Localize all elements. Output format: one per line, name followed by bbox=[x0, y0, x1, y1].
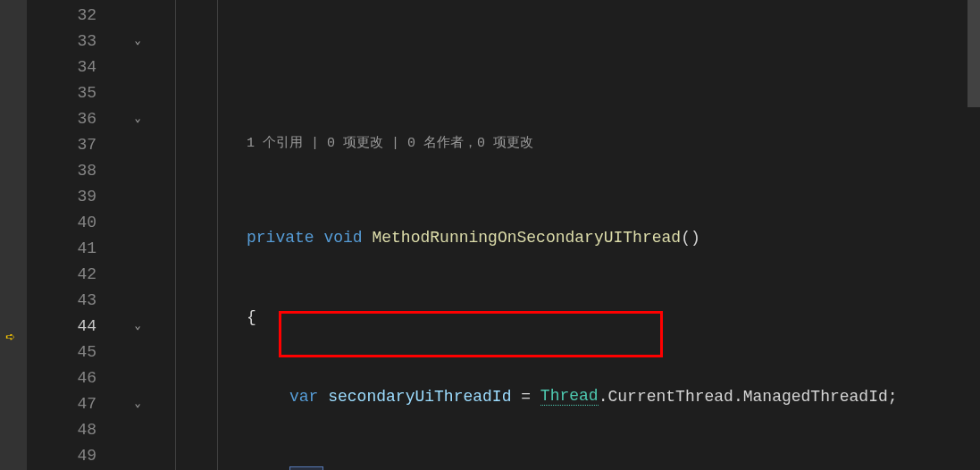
keyword: private bbox=[247, 229, 314, 247]
code-line[interactable]: { bbox=[150, 304, 980, 330]
fold-row bbox=[125, 2, 150, 28]
line-number: 41 bbox=[27, 235, 125, 261]
fold-toggle[interactable]: ⌄ bbox=[125, 313, 150, 339]
fold-toggle[interactable]: ⌄ bbox=[125, 28, 150, 54]
breakpoint-margin[interactable]: ➪ bbox=[0, 0, 27, 470]
code-line[interactable]: var secondaryUiThreadId = Thread.Current… bbox=[150, 383, 980, 409]
code-line[interactable]: try bbox=[150, 463, 980, 470]
method-name: MethodRunningOnSecondaryUIThread bbox=[372, 229, 681, 247]
fold-toggle[interactable]: ⌄ bbox=[125, 105, 150, 131]
chevron-down-icon: ⌄ bbox=[134, 112, 140, 125]
line-number: 38 bbox=[27, 157, 125, 183]
line-number: 49 bbox=[27, 442, 125, 468]
line-number: 46 bbox=[27, 365, 125, 390]
line-number: 37 bbox=[27, 131, 125, 157]
keyword: void bbox=[323, 229, 362, 247]
line-number: 42 bbox=[27, 261, 125, 287]
line-number: 36 bbox=[27, 105, 125, 131]
fold-toggle[interactable]: ⌄ bbox=[125, 390, 150, 416]
line-number: 47 bbox=[27, 390, 125, 416]
execution-pointer-icon: ➪ bbox=[5, 327, 15, 347]
line-number: 39 bbox=[27, 183, 125, 209]
fold-gutter[interactable]: ⌄ ⌄ ⌄ ⌄ bbox=[125, 0, 150, 470]
code-editor[interactable]: ➪ 32 33 34 35 36 37 38 39 40 41 42 43 44… bbox=[0, 0, 980, 470]
chevron-down-icon: ⌄ bbox=[134, 319, 140, 332]
line-number: 32 bbox=[27, 2, 125, 28]
line-number: 34 bbox=[27, 54, 125, 80]
codelens-info[interactable]: 1 个引用 | 0 项更改 | 0 名作者，0 项更改 bbox=[150, 127, 980, 153]
chevron-down-icon: ⌄ bbox=[134, 34, 140, 47]
scrollbar-thumb[interactable] bbox=[967, 0, 980, 107]
line-number: 40 bbox=[27, 209, 125, 235]
line-number: 48 bbox=[27, 416, 125, 442]
line-number: 44 bbox=[27, 313, 125, 339]
try-keyword-selection: try bbox=[289, 466, 323, 471]
line-number-gutter: 32 33 34 35 36 37 38 39 40 41 42 43 44 4… bbox=[27, 0, 125, 470]
line-number: 45 bbox=[27, 339, 125, 365]
chevron-down-icon: ⌄ bbox=[134, 397, 140, 410]
code-line[interactable]: private void MethodRunningOnSecondaryUIT… bbox=[150, 224, 980, 250]
code-area[interactable]: 1 个引用 | 0 项更改 | 0 名作者，0 项更改 private void… bbox=[150, 0, 980, 470]
type-reference[interactable]: Thread bbox=[540, 387, 599, 406]
line-number: 33 bbox=[27, 28, 125, 54]
line-number: 35 bbox=[27, 80, 125, 105]
line-number: 43 bbox=[27, 287, 125, 313]
